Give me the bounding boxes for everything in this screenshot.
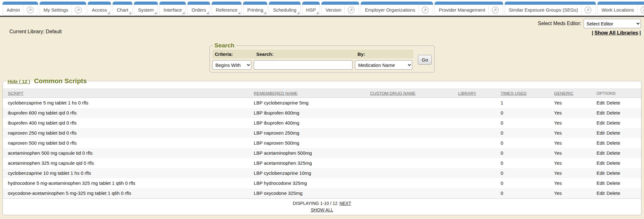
sort-link[interactable]: GENERIC: [554, 91, 574, 96]
by-select[interactable]: Medication Name: [355, 60, 412, 70]
sort-link[interactable]: REMEMBERED NAME: [254, 91, 298, 96]
show-all-link[interactable]: SHOW ALL: [311, 207, 333, 212]
edit-link[interactable]: Edit: [597, 100, 605, 105]
hide-link[interactable]: Hide ( 12 ): [8, 79, 30, 84]
nav-tab-printing[interactable]: Printing: [243, 2, 267, 15]
external-link-icon[interactable]: [75, 6, 82, 14]
sort-link[interactable]: CUSTOM DRUG NAME: [370, 91, 416, 96]
generic-cell: Yes: [549, 108, 591, 118]
tab-label: Access: [92, 7, 107, 13]
tab-body: Chart: [113, 5, 132, 15]
tab-label: Reference: [216, 7, 237, 13]
options-cell: EditDelete: [591, 108, 641, 118]
nav-tab-access[interactable]: Access: [88, 2, 111, 15]
custom-drug-name-cell: [365, 178, 453, 188]
tab-label: Admin: [7, 7, 20, 13]
sort-link[interactable]: LIBRARY: [458, 91, 476, 96]
tab-accent-bar: [302, 2, 320, 5]
sort-link[interactable]: SCRIPT: [8, 91, 24, 96]
nav-tab-employer-organizations[interactable]: Employer Organizations: [361, 2, 433, 15]
show-all-libraries-row: |Show All Libraries|: [538, 30, 641, 36]
nav-tab-reference[interactable]: Reference: [212, 2, 242, 15]
dropdown-corner-icon: [129, 12, 131, 14]
tab-body: System: [134, 5, 158, 15]
edit-link[interactable]: Edit: [597, 190, 605, 196]
tab-label: Provider Management: [439, 7, 485, 13]
external-link-icon[interactable]: [491, 6, 499, 14]
nav-tab-work-locations[interactable]: Work Locations: [597, 2, 644, 15]
nav-tab-admin[interactable]: Admin: [3, 2, 38, 15]
nav-tab-interface[interactable]: Interface: [159, 2, 186, 15]
edit-link[interactable]: Edit: [597, 150, 605, 156]
table-row: cyclobenzaprine 10 mg tablet 1 hs 0 rfls…: [3, 168, 641, 178]
nav-tab-similar-exposure-groups-segs[interactable]: Similar Exposure Groups (SEGs): [505, 2, 596, 15]
nav-tab-orders[interactable]: Orders: [187, 2, 210, 15]
external-link-icon[interactable]: [421, 6, 429, 14]
library-cell: [453, 118, 496, 128]
delete-link[interactable]: Delete: [607, 160, 620, 166]
nav-tab-hsp[interactable]: HSP: [302, 2, 320, 15]
edit-link[interactable]: Edit: [597, 120, 605, 126]
dropdown-corner-icon: [154, 12, 157, 14]
delete-link[interactable]: Delete: [607, 120, 620, 126]
table-row: naproxen 500 mg tablet bid 0 rflsLBP nap…: [3, 138, 641, 148]
edit-link[interactable]: Edit: [597, 170, 605, 176]
script-cell: acetaminophen 500 mg capsule tid 0 rfls: [3, 148, 249, 158]
library-cell: [453, 138, 496, 148]
delete-link[interactable]: Delete: [607, 170, 620, 176]
edit-link[interactable]: Edit: [597, 140, 605, 146]
next-link[interactable]: NEXT: [339, 201, 351, 206]
search-label: Search:: [254, 50, 355, 58]
table-footer: DISPLAYING 1-10 / 12NEXT SHOW ALL: [3, 198, 641, 212]
tab-accent-bar: [597, 2, 644, 5]
criteria-select[interactable]: Begins With: [212, 60, 251, 70]
delete-link[interactable]: Delete: [607, 130, 620, 136]
dropdown-corner-icon: [206, 12, 209, 14]
nav-tab-system[interactable]: System: [134, 2, 158, 15]
nav-tab-my-settings[interactable]: My Settings: [40, 2, 86, 15]
nav-tab-scheduling[interactable]: Scheduling: [269, 2, 300, 15]
edit-link[interactable]: Edit: [597, 130, 605, 136]
go-button[interactable]: Go: [418, 55, 432, 65]
sort-link[interactable]: TIMES USED: [501, 91, 527, 96]
pipe-right: |: [640, 30, 641, 35]
external-link-icon[interactable]: [584, 6, 592, 14]
edit-link[interactable]: Edit: [597, 160, 605, 166]
nav-tab-chart[interactable]: Chart: [113, 2, 132, 15]
search-input[interactable]: [254, 60, 353, 70]
delete-link[interactable]: Delete: [607, 100, 620, 105]
column-header-options: OPTIONS: [591, 89, 641, 98]
options-cell: EditDelete: [591, 118, 641, 128]
delete-link[interactable]: Delete: [607, 110, 620, 115]
meds-editor-select[interactable]: Select Editor: [584, 19, 641, 28]
external-link-icon[interactable]: [347, 6, 355, 14]
nav-tab-provider-management[interactable]: Provider Management: [435, 2, 503, 15]
delete-link[interactable]: Delete: [607, 180, 620, 186]
tab-label: Version: [325, 7, 341, 13]
tab-body: Version: [321, 5, 359, 15]
custom-drug-name-cell: [365, 168, 453, 178]
edit-link[interactable]: Edit: [597, 110, 605, 115]
generic-cell: Yes: [549, 138, 591, 148]
external-link-icon[interactable]: [26, 6, 34, 14]
edit-link[interactable]: Edit: [597, 180, 605, 186]
delete-link[interactable]: Delete: [607, 150, 620, 156]
show-all-libraries-link[interactable]: Show All Libraries: [595, 30, 638, 35]
dropdown-corner-icon: [182, 12, 185, 14]
remembered-name-cell: LBP naproxen 500mg: [249, 138, 365, 148]
script-cell: ibuprofen 400 mg tablet qid 0 rfls: [3, 118, 249, 128]
column-header-generic: GENERIC: [549, 89, 591, 98]
search-cell: [254, 60, 355, 70]
tab-body: Work Locations: [597, 5, 644, 15]
nav-tab-version[interactable]: Version: [321, 2, 359, 15]
external-link-icon[interactable]: [640, 6, 644, 14]
times-used-cell: 0: [496, 178, 549, 188]
main-nav: AdminMy SettingsAccessChartSystemInterfa…: [0, 0, 644, 17]
delete-link[interactable]: Delete: [607, 140, 620, 146]
pipe-left: |: [592, 30, 593, 35]
delete-link[interactable]: Delete: [607, 190, 620, 196]
custom-drug-name-cell: [365, 188, 453, 198]
remembered-name-cell: LBP ibuprofen 600mg: [249, 108, 365, 118]
tab-body: My Settings: [40, 5, 86, 15]
tab-divider: [23, 5, 24, 15]
